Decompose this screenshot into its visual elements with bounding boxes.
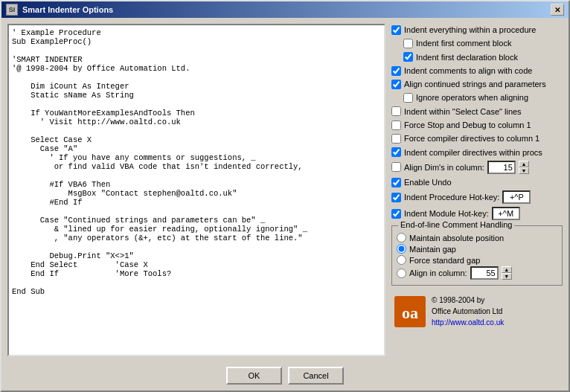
hotkey-procedure-input[interactable] [502,190,531,204]
label-indent-comments: Indent comments to align with code [404,65,532,76]
logo-section: oa © 1998-2004 by Office Automation Ltd … [391,292,563,331]
label-indent-declaration: Indent first declaration block [416,52,518,62]
label-enable-undo: Enable Undo [404,177,452,187]
eol-group-title: End-of-line Comment Handling [398,220,514,229]
option-row-6: Ignore operators when aligning [391,91,563,103]
checkbox-indent-declaration[interactable] [403,52,413,62]
eol-group-box: End-of-line Comment Handling Maintain ab… [391,225,563,286]
main-window: SI Smart Indenter Options ✕ ' Example Pr… [0,0,570,392]
company-info: © 1998-2004 by Office Automation Ltd htt… [432,295,504,328]
label-maintain-gap: Maintain gap [409,245,456,254]
option-row-3: Indent first declaration block [391,51,563,63]
checkbox-ignore-operators[interactable] [403,93,413,103]
option-row-5: Align continued strings and parameters [391,78,563,90]
window-icon: SI [6,4,18,16]
checkbox-indent-everything[interactable] [391,25,401,35]
label-hotkey-procedure: Indent Procedure Hot-key: [404,193,499,202]
option-row-4: Indent comments to align with code [391,65,563,77]
checkbox-hotkey-procedure[interactable] [391,193,401,202]
radio-force-standard-gap[interactable] [397,255,406,265]
label-align-column: Align in column: [409,269,467,277]
hotkey-module-input[interactable] [492,207,520,220]
option-row-12: Enable Undo [391,176,563,188]
option-row-8: Force Stop and Debug to column 1 [391,119,563,131]
hotkey-row-1: Indent Procedure Hot-key: [391,190,563,205]
checkbox-indent-compiler-procs[interactable] [391,147,401,157]
copyright-line2: Office Automation Ltd [432,306,504,317]
label-align-dims: Align Dim's in column: [404,163,484,172]
label-select-case: Indent within "Select Case" lines [404,106,522,117]
radio-row-3: Force standard gap [397,254,557,266]
title-bar-left: SI Smart Indenter Options [6,4,113,16]
label-force-compiler: Force compiler directives to column 1 [404,133,539,144]
code-preview: ' Example Procedure Sub ExampleProc() 'S… [7,24,385,356]
svg-text:oa: oa [402,303,418,322]
align-column-spin-up[interactable]: ▲ [502,266,512,273]
option-row-9: Force compiler directives to column 1 [391,132,563,144]
option-row-2: Indent first comment block [391,37,563,49]
label-indent-first-comment: Indent first comment block [416,38,511,48]
company-logo: oa [394,296,426,327]
label-maintain-absolute: Maintain absolute position [409,234,504,242]
checkbox-align-dims[interactable] [391,162,401,172]
checkbox-force-compiler[interactable] [391,134,401,144]
label-hotkey-module: Indent Module Hot-key: [404,209,489,218]
option-row-11: Align Dim's in column: ▲ ▼ [391,160,563,175]
option-row-7: Indent within "Select Case" lines [391,106,563,118]
align-dims-spin-up[interactable]: ▲ [519,161,529,167]
checkbox-force-stop-debug[interactable] [391,121,401,130]
align-column-spin-input[interactable] [470,266,499,280]
align-dims-spin-down[interactable]: ▼ [519,167,529,174]
align-column-spin-down[interactable]: ▼ [502,273,512,280]
company-url[interactable]: http://www.oaltd.co.uk [432,318,504,327]
option-row-1: Indent everything within a procedure [391,24,563,36]
checkbox-align-strings[interactable] [391,80,401,89]
align-column-spinner: ▲ ▼ [502,266,512,280]
radio-maintain-absolute[interactable] [397,233,406,242]
radio-row-2: Maintain gap [397,243,557,254]
label-align-strings: Align continued strings and parameters [404,79,546,89]
copyright-line1: © 1998-2004 by [432,295,504,306]
align-dims-spin-input[interactable] [487,161,516,174]
label-indent-compiler-procs: Indent compiler directives within procs [404,147,542,158]
content-area: ' Example Procedure Sub ExampleProc() 'S… [1,18,569,362]
radio-maintain-gap[interactable] [397,244,406,254]
options-panel: Indent everything within a procedure Ind… [391,24,563,356]
option-row-10: Indent compiler directives within procs [391,147,563,158]
label-force-stop-debug: Force Stop and Debug to column 1 [404,120,531,130]
label-force-standard-gap: Force standard gap [409,256,480,265]
radio-align-column[interactable] [397,269,406,278]
checkbox-select-case[interactable] [391,106,401,116]
label-indent-everything: Indent everything within a procedure [404,25,536,35]
align-dims-spinner: ▲ ▼ [519,161,529,174]
checkbox-enable-undo[interactable] [391,178,401,187]
label-ignore-operators: Ignore operators when aligning [416,92,528,103]
title-bar: SI Smart Indenter Options ✕ [1,1,569,18]
cancel-button[interactable]: Cancel [288,367,344,385]
hotkey-row-2: Indent Module Hot-key: [391,206,563,221]
footer: OK Cancel [1,362,569,391]
radio-row-1: Maintain absolute position [397,232,557,243]
checkbox-indent-first-comment[interactable] [403,39,413,48]
window-title: Smart Indenter Options [22,5,113,14]
close-button[interactable]: ✕ [551,4,564,16]
checkbox-hotkey-module[interactable] [391,209,401,219]
checkbox-indent-comments[interactable] [391,66,401,76]
ok-button[interactable]: OK [226,367,282,385]
radio-row-4: Align in column: ▲ ▼ [397,266,557,280]
